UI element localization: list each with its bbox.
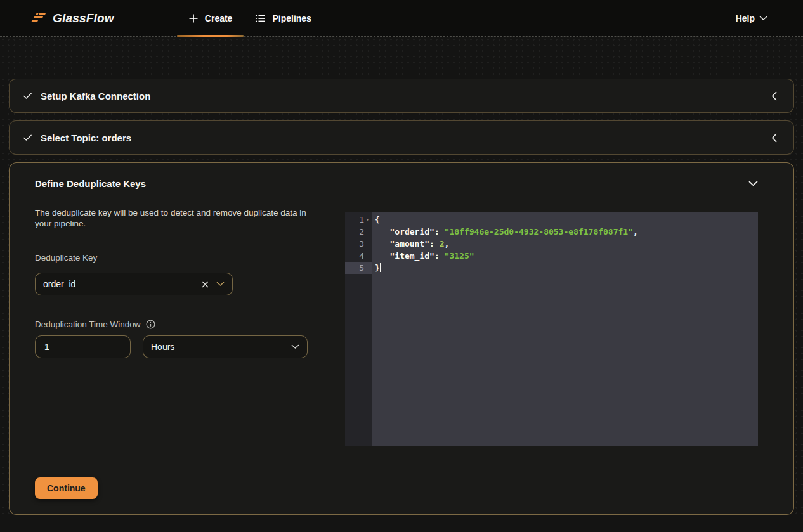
check-icon [22, 133, 33, 143]
code-line: } [372, 262, 758, 274]
gutter-line-number: 2 [345, 226, 372, 238]
code-line: "amount": 2, [372, 238, 758, 250]
top-nav: GlassFlow Create Pi [0, 0, 803, 37]
gutter-line-number: 1▾ [345, 214, 372, 226]
editor-gutter: 1▾2345 [345, 212, 372, 446]
deduplicate-key-select[interactable]: order_id [35, 273, 233, 295]
chevron-down-icon[interactable] [291, 344, 299, 349]
section-title: Define Deduplicate Keys [35, 178, 146, 189]
chevron-down-icon[interactable] [216, 282, 225, 287]
selected-unit-value: Hours [151, 342, 174, 352]
brand-name: GlassFlow [53, 11, 114, 25]
time-window-unit-select[interactable]: Hours [143, 335, 308, 358]
section-title: Select Topic: orders [41, 133, 131, 143]
fold-arrow-icon[interactable]: ▾ [364, 214, 371, 226]
continue-button[interactable]: Continue [35, 477, 98, 499]
help-label: Help [736, 13, 755, 23]
plus-icon [188, 13, 199, 23]
list-icon [255, 13, 266, 23]
time-window-label-row: Deduplication Time Window [35, 320, 308, 329]
editor-code[interactable]: { "orderid": "18ff946e-25d0-4932-8053-e8… [372, 212, 758, 446]
nav-divider [145, 6, 145, 30]
dedup-description: The deduplicate key will be used to dete… [35, 207, 308, 229]
section-kafka-connection[interactable]: Setup Kafka Connection [9, 79, 794, 113]
tab-create[interactable]: Create [177, 0, 244, 36]
gutter-line-number: 4 [345, 250, 372, 262]
clear-selection-icon[interactable] [202, 281, 209, 288]
selected-key-value: order_id [43, 279, 202, 289]
time-window-label: Deduplication Time Window [35, 320, 141, 329]
code-line: { [372, 214, 758, 226]
time-window-value-input[interactable] [35, 335, 131, 358]
section-select-topic[interactable]: Select Topic: orders [9, 120, 794, 155]
chevron-left-icon [771, 91, 777, 101]
section-header[interactable]: Define Deduplicate Keys [35, 163, 758, 204]
dedup-form: The deduplicate key will be used to dete… [35, 204, 308, 358]
glassflow-logo-icon [30, 12, 47, 25]
gutter-line-number: 3 [345, 238, 372, 250]
help-menu[interactable]: Help [736, 0, 767, 36]
text-cursor [380, 263, 381, 272]
code-line: "item_id": "3125" [372, 250, 758, 262]
tab-create-label: Create [205, 13, 233, 23]
chevron-left-icon [771, 133, 777, 143]
chevron-down-icon [748, 181, 758, 186]
check-icon [22, 91, 33, 101]
time-window-row: Hours [35, 335, 308, 358]
gutter-line-number: 5 [345, 262, 372, 274]
section-title: Setup Kafka Connection [41, 91, 150, 101]
sample-event-json-editor[interactable]: 1▾2345 { "orderid": "18ff946e-25d0-4932-… [345, 212, 758, 446]
brand-logo[interactable]: GlassFlow [30, 0, 114, 36]
code-line: "orderid": "18ff946e-25d0-4932-8053-e8f1… [372, 226, 758, 238]
tab-pipelines[interactable]: Pipelines [244, 0, 322, 36]
info-icon[interactable] [146, 320, 155, 329]
section-body: The deduplicate key will be used to dete… [35, 204, 758, 446]
nav-tabs: Create Pipelines [177, 0, 323, 36]
tab-pipelines-label: Pipelines [272, 13, 311, 23]
chevron-down-icon [759, 16, 767, 21]
deduplicate-key-label: Deduplicate Key [35, 253, 308, 263]
section-define-deduplicate-keys: Define Deduplicate Keys The deduplicate … [9, 162, 794, 515]
main-content: Setup Kafka Connection Select Topic: ord… [0, 37, 803, 515]
